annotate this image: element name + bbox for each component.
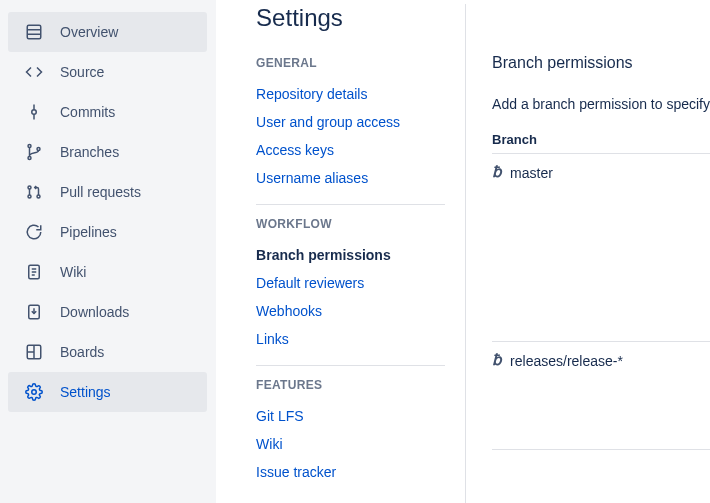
group-header-workflow: WORKFLOW [256, 217, 445, 231]
sidebar-item-downloads[interactable]: Downloads [8, 292, 207, 332]
settings-group-features: FEATURES Git LFS Wiki Issue tracker [256, 378, 445, 498]
svg-point-8 [37, 148, 40, 151]
main-content: Settings GENERAL Repository details User… [216, 0, 710, 503]
detail-title: Branch permissions [492, 54, 710, 72]
page-title: Settings [256, 4, 445, 32]
boards-icon [22, 343, 46, 361]
sidebar-item-pipelines[interactable]: Pipelines [8, 212, 207, 252]
branch-name: master [510, 165, 553, 181]
sidebar-item-label: Settings [60, 384, 111, 400]
link-git-lfs[interactable]: Git LFS [256, 402, 445, 430]
pullrequests-icon [22, 183, 46, 201]
svg-rect-0 [27, 25, 41, 39]
svg-point-7 [28, 157, 31, 160]
branch-row[interactable]: ƀ master [492, 154, 710, 192]
sidebar-item-source[interactable]: Source [8, 52, 207, 92]
link-access-keys[interactable]: Access keys [256, 136, 445, 164]
sidebar-item-label: Branches [60, 144, 119, 160]
svg-point-9 [28, 186, 31, 189]
group-header-general: GENERAL [256, 56, 445, 70]
sidebar-item-label: Overview [60, 24, 118, 40]
link-username-aliases[interactable]: Username aliases [256, 164, 445, 192]
branch-name: releases/release-* [510, 353, 623, 369]
branch-column-header: Branch [492, 132, 710, 154]
branch-row-divider [492, 192, 710, 342]
sidebar-item-label: Wiki [60, 264, 86, 280]
source-icon [22, 63, 46, 81]
branch-icon: ƀ [492, 351, 502, 369]
branch-row[interactable]: ƀ releases/release-* [492, 342, 710, 380]
svg-point-21 [32, 390, 37, 395]
settings-nav: Settings GENERAL Repository details User… [256, 4, 466, 503]
svg-point-11 [37, 195, 40, 198]
link-links[interactable]: Links [256, 325, 445, 353]
sidebar-item-label: Pipelines [60, 224, 117, 240]
settings-icon [22, 383, 46, 401]
sidebar-item-commits[interactable]: Commits [8, 92, 207, 132]
svg-point-10 [28, 195, 31, 198]
settings-group-general: GENERAL Repository details User and grou… [256, 56, 445, 205]
sidebar-item-wiki[interactable]: Wiki [8, 252, 207, 292]
link-branch-permissions[interactable]: Branch permissions [256, 241, 445, 269]
link-issue-tracker[interactable]: Issue tracker [256, 458, 445, 486]
detail-hint: Add a branch permission to specify [492, 96, 710, 112]
sidebar-item-label: Downloads [60, 304, 129, 320]
pipelines-icon [22, 223, 46, 241]
link-repository-details[interactable]: Repository details [256, 80, 445, 108]
settings-group-workflow: WORKFLOW Branch permissions Default revi… [256, 217, 445, 366]
downloads-icon [22, 303, 46, 321]
sidebar-item-branches[interactable]: Branches [8, 132, 207, 172]
wiki-icon [22, 263, 46, 281]
sidebar-item-boards[interactable]: Boards [8, 332, 207, 372]
sidebar-item-pullrequests[interactable]: Pull requests [8, 172, 207, 212]
sidebar-item-overview[interactable]: Overview [8, 12, 207, 52]
branch-row-divider [492, 380, 710, 450]
sidebar-item-settings[interactable]: Settings [8, 372, 207, 412]
sidebar-item-label: Pull requests [60, 184, 141, 200]
svg-point-6 [28, 145, 31, 148]
svg-point-3 [32, 110, 37, 115]
link-wiki[interactable]: Wiki [256, 430, 445, 458]
sidebar-item-label: Commits [60, 104, 115, 120]
branch-icon: ƀ [492, 163, 502, 181]
branches-icon [22, 143, 46, 161]
sidebar-item-label: Boards [60, 344, 104, 360]
sidebar-item-label: Source [60, 64, 104, 80]
link-user-group-access[interactable]: User and group access [256, 108, 445, 136]
detail-panel: Branch permissions Add a branch permissi… [466, 4, 710, 503]
commits-icon [22, 103, 46, 121]
link-default-reviewers[interactable]: Default reviewers [256, 269, 445, 297]
overview-icon [22, 23, 46, 41]
group-header-features: FEATURES [256, 378, 445, 392]
link-webhooks[interactable]: Webhooks [256, 297, 445, 325]
sidebar: Overview Source Commits Branches Pull re… [0, 0, 216, 503]
